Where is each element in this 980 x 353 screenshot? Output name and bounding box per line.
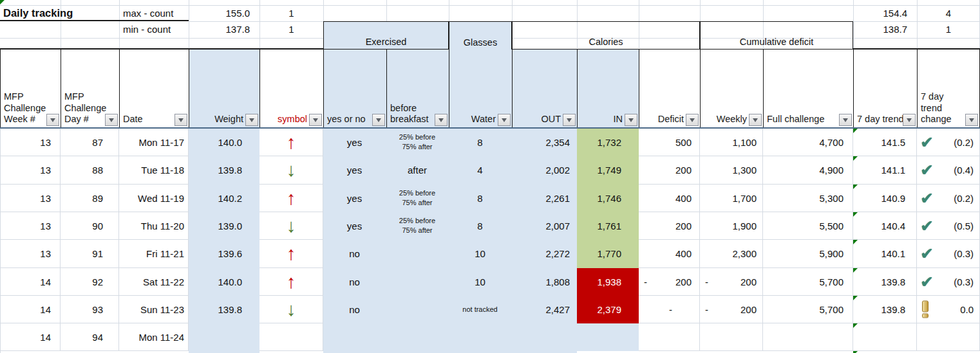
date-cell[interactable]: Sat 11-22	[119, 268, 189, 296]
out-cell[interactable]: 2,354	[512, 129, 577, 156]
full-cell[interactable]	[763, 323, 853, 351]
weight-cell[interactable]: 139.0	[189, 212, 259, 240]
before_breakfast-cell[interactable]	[386, 296, 449, 323]
water-cell[interactable]: 10	[449, 268, 512, 296]
trend_change-cell[interactable]: ✔(0.3)	[917, 240, 980, 268]
header-exercised[interactable]: yes or no	[323, 50, 386, 127]
trend-cell[interactable]: 140.4	[853, 212, 917, 240]
max-value[interactable]: 155.0	[189, 5, 259, 21]
water-cell[interactable]: 4	[449, 156, 512, 185]
deficit-cell[interactable]: 500	[639, 129, 700, 156]
trend-cell[interactable]: 140.9	[853, 185, 917, 212]
trend_change-cell[interactable]: ✔(0.2)	[917, 129, 980, 156]
deficit-cell[interactable]: 400	[639, 240, 700, 268]
group-glasses[interactable]: Glasses	[449, 21, 512, 50]
group-exercised[interactable]: Exercised	[323, 21, 449, 50]
symbol-cell[interactable]: ↓	[259, 296, 323, 323]
filter-button[interactable]	[563, 114, 576, 126]
in-cell[interactable]: 2,379	[577, 296, 639, 323]
header-deficit[interactable]: Deficit	[639, 50, 700, 127]
week-cell[interactable]: 13	[0, 185, 61, 212]
out-cell[interactable]: 2,427	[512, 296, 577, 323]
filter-button[interactable]	[174, 114, 187, 126]
header-week[interactable]: MFP Challenge Week #	[0, 50, 61, 127]
weekly-cell[interactable]: -200	[700, 296, 763, 323]
full-cell[interactable]: 5,500	[763, 212, 853, 240]
in-cell[interactable]: 1,749	[577, 156, 639, 185]
filter-button[interactable]	[965, 114, 978, 126]
filter-button[interactable]	[498, 114, 511, 126]
symbol-cell[interactable]: ↑	[259, 268, 323, 296]
header-date[interactable]: Date	[119, 50, 189, 127]
in-cell[interactable]: 1,746	[577, 185, 639, 212]
group-cumulative-deficit[interactable]: Cumulative deficit	[700, 21, 853, 50]
header-weight[interactable]: Weight	[189, 50, 259, 127]
day-cell[interactable]: 94	[61, 323, 119, 351]
day-cell[interactable]: 88	[61, 156, 119, 185]
date-cell[interactable]: Mon 11-24	[119, 323, 189, 351]
filter-button[interactable]	[686, 114, 699, 126]
water-cell[interactable]: not tracked	[449, 296, 512, 323]
trend_change-cell[interactable]	[917, 323, 980, 351]
exercised-cell[interactable]: yes	[323, 129, 386, 156]
before_breakfast-cell[interactable]: 25% before 75% after	[386, 185, 449, 212]
group-calories[interactable]: Calories	[512, 21, 700, 50]
week-cell[interactable]: 14	[0, 323, 61, 351]
day-cell[interactable]: 93	[61, 296, 119, 323]
exercised-cell[interactable]: no	[323, 240, 386, 268]
week-cell[interactable]: 13	[0, 240, 61, 268]
in-cell[interactable]	[577, 323, 639, 351]
deficit-cell[interactable]: -	[639, 296, 700, 323]
date-cell[interactable]: Wed 11-19	[119, 185, 189, 212]
day-cell[interactable]: 92	[61, 268, 119, 296]
before_breakfast-cell[interactable]: after	[386, 156, 449, 185]
week-cell[interactable]: 13	[0, 129, 61, 156]
filter-button[interactable]	[749, 114, 762, 126]
trend-max-count[interactable]: 4	[917, 5, 980, 21]
weight-cell[interactable]: 140.0	[189, 268, 259, 296]
exercised-cell[interactable]: yes	[323, 156, 386, 185]
header-before_breakfast[interactable]: before breakfast	[386, 50, 449, 127]
exercised-cell[interactable]	[323, 323, 386, 351]
weekly-cell[interactable]	[700, 323, 763, 351]
trend-min-count[interactable]: 1	[917, 21, 980, 37]
exercised-cell[interactable]: no	[323, 296, 386, 323]
in-cell[interactable]: 1,761	[577, 212, 639, 240]
water-cell[interactable]	[449, 323, 512, 351]
symbol-cell[interactable]: ↑	[259, 129, 323, 156]
filter-button[interactable]	[435, 114, 448, 126]
deficit-cell[interactable]: 200	[639, 156, 700, 185]
filter-button[interactable]	[372, 114, 385, 126]
water-cell[interactable]: 8	[449, 185, 512, 212]
filter-button[interactable]	[903, 114, 916, 126]
week-cell[interactable]: 13	[0, 156, 61, 185]
filter-button[interactable]	[839, 114, 852, 126]
symbol-cell[interactable]: ↑	[259, 185, 323, 212]
header-day[interactable]: MFP Challenge Day #	[61, 50, 119, 127]
out-cell[interactable]: 2,007	[512, 212, 577, 240]
trend_change-cell[interactable]: ✔(0.5)	[917, 212, 980, 240]
deficit-cell[interactable]: 200	[639, 212, 700, 240]
header-out[interactable]: OUT	[512, 50, 577, 127]
min-value[interactable]: 137.8	[189, 21, 259, 37]
header-in[interactable]: IN	[577, 50, 639, 127]
weight-cell[interactable]: 140.2	[189, 185, 259, 212]
date-cell[interactable]: Tue 11-18	[119, 156, 189, 185]
weight-cell[interactable]: 140.0	[189, 129, 259, 156]
header-weekly[interactable]: Weekly	[700, 50, 763, 127]
full-cell[interactable]: 4,900	[763, 156, 853, 185]
filter-button[interactable]	[46, 114, 59, 126]
trend_change-cell[interactable]: 0.0	[917, 296, 980, 323]
weekly-cell[interactable]: 1,100	[700, 129, 763, 156]
deficit-cell[interactable]: 400	[639, 185, 700, 212]
trend-cell[interactable]	[853, 323, 917, 351]
trend-cell[interactable]: 140.1	[853, 240, 917, 268]
full-cell[interactable]: 5,900	[763, 240, 853, 268]
full-cell[interactable]: 4,700	[763, 129, 853, 156]
in-cell[interactable]: 1,732	[577, 129, 639, 156]
before_breakfast-cell[interactable]: 25% before 75% after	[386, 129, 449, 156]
date-cell[interactable]: Mon 11-17	[119, 129, 189, 156]
weight-cell[interactable]: 139.8	[189, 156, 259, 185]
weekly-cell[interactable]: 1,700	[700, 185, 763, 212]
in-cell[interactable]: 1,938	[577, 268, 639, 296]
